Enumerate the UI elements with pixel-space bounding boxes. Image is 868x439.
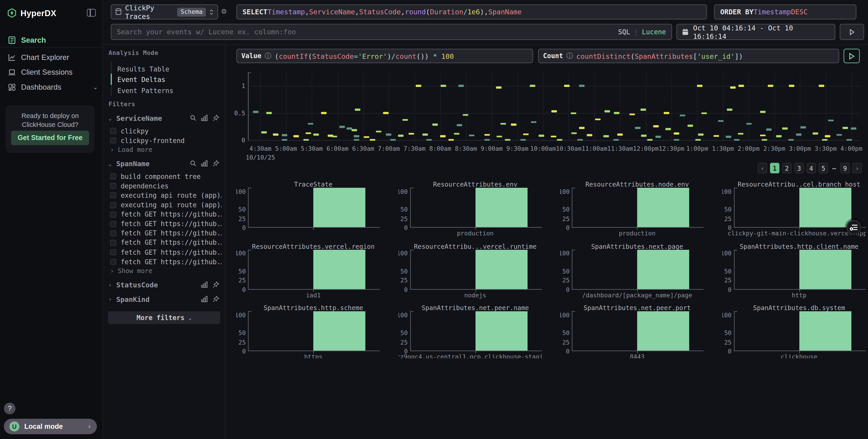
chart-dash <box>822 139 828 141</box>
filter-load-more-link[interactable]: ›Load more <box>110 146 152 153</box>
filter-item[interactable]: clickpy <box>110 126 221 136</box>
filter-item[interactable]: dependencies <box>110 181 221 191</box>
logo-row: HyperDX <box>7 7 96 19</box>
bars-icon[interactable] <box>201 115 208 121</box>
mini-chart-tracestate[interactable]: TraceState10050250 <box>237 176 380 238</box>
value-expression-input[interactable]: Value ⓘ (countIf(StatusCode='Error')/cou… <box>237 49 533 63</box>
bars-icon[interactable] <box>201 282 208 288</box>
filter-fab-button[interactable] <box>846 220 861 235</box>
pin-icon[interactable] <box>213 160 219 167</box>
page-ellipsis: ⋯ <box>831 163 837 173</box>
filter-item[interactable]: fetch GET https://github.… <box>110 238 221 247</box>
sidebar-item-dashboards[interactable]: Dashboards ⌄ <box>8 81 98 93</box>
pin-icon[interactable] <box>213 115 219 121</box>
filter-item[interactable]: fetch GET https://github.… <box>110 247 221 257</box>
run-query-button[interactable] <box>844 49 860 63</box>
mini-chart-spanattributes-http-scheme[interactable]: SpanAttributes.http.scheme10050250https <box>237 300 380 358</box>
page-button-4[interactable]: 4 <box>807 163 816 173</box>
analysis-mode-item-event-deltas[interactable]: Event Deltas <box>117 75 165 85</box>
search-input[interactable]: Search your events w/ Lucene ex. column:… <box>111 24 672 40</box>
mini-chart-resourceattributes-node-env[interactable]: ResourceAttributes.node.env10050250produ… <box>560 176 704 238</box>
chart-dash <box>789 85 795 87</box>
x-tick-label: 9:30am <box>506 145 528 152</box>
filter-checkbox[interactable] <box>110 230 116 236</box>
page-button-5[interactable]: 5 <box>819 163 828 173</box>
mini-chart-spanattributes-net-peer-port[interactable]: SpanAttributes.net.peer.port100502508443 <box>560 300 704 358</box>
mini-chart-resourceattributes-env[interactable]: ResourceAttributes.env10050250production <box>398 176 542 238</box>
local-mode-menu[interactable]: U Local mode › <box>4 419 97 434</box>
analysis-mode-item-event-patterns[interactable]: Event Patterns <box>117 85 173 96</box>
filter-item[interactable]: build component tree <box>110 172 221 181</box>
page-button-2[interactable]: 2 <box>782 163 792 173</box>
filter-checkbox[interactable] <box>110 202 116 208</box>
analysis-mode-item-results-table[interactable]: Results Table <box>117 64 169 74</box>
search-icon[interactable] <box>190 115 196 121</box>
mini-x-tick-label: clickhouse <box>781 353 817 358</box>
mini-chart-plot: 10050250 <box>410 188 540 228</box>
select-clause-input[interactable]: SELECT Timestamp, ServiceName, StatusCod… <box>237 4 707 20</box>
mini-chart-spanattributes-db-system[interactable]: SpanAttributes.db.system10050250clickhou… <box>722 300 866 358</box>
page-button-9[interactable]: 9 <box>840 163 849 173</box>
filter-checkbox[interactable] <box>110 128 116 134</box>
filter-item[interactable]: clickpy-frontend <box>110 136 221 145</box>
filter-item[interactable]: executing api route (app)… <box>110 200 221 209</box>
filter-checkbox[interactable] <box>110 240 116 246</box>
mini-chart-resourceattributes-vercel-region[interactable]: ResourceAttributes.vercel.region10050250… <box>237 238 380 300</box>
sidebar-collapse-icon[interactable] <box>87 9 96 17</box>
orderby-clause-input[interactable]: ORDER BY Timestamp DESC <box>714 4 857 20</box>
filter-checkbox[interactable] <box>110 193 116 199</box>
mini-chart-spanattributes-net-peer-name[interactable]: SpanAttributes.net.peer.name10050250z5nr… <box>398 300 542 358</box>
filter-show-more-link[interactable]: ›Show more <box>110 267 152 275</box>
filter-checkbox[interactable] <box>110 221 116 227</box>
source-select[interactable]: ClickPy Traces Schema <box>111 4 218 20</box>
filter-checkbox[interactable] <box>110 137 116 143</box>
date-range-picker[interactable]: Oct 10 04:16:14 - Oct 10 16:16:14 <box>677 24 835 40</box>
x-tick-label: 11:30am <box>607 145 633 152</box>
mini-chart-spanattributes-next-page[interactable]: SpanAttributes.next.page10050250/dashboa… <box>560 238 704 300</box>
bars-icon[interactable] <box>201 296 208 302</box>
x-tick-label: 4:00pm <box>840 145 862 152</box>
filter-checkbox[interactable] <box>110 259 116 265</box>
mini-chart-resourceattribu-vercel-runtime[interactable]: ResourceAttribu...vercel.runtime10050250… <box>398 238 542 300</box>
mini-chart-spanattributes-http-client-name[interactable]: SpanAttributes.http.client.name10050250h… <box>722 238 866 300</box>
mini-chart-resourceattribu-cel-branch-host[interactable]: ResourceAttribu..cel.branch_host10050250… <box>722 176 866 238</box>
page-prev-button[interactable]: ‹ <box>758 163 767 173</box>
live-tail-button[interactable] <box>840 24 864 40</box>
help-button[interactable]: ? <box>4 403 16 414</box>
filter-checkbox[interactable] <box>110 211 116 217</box>
count-expression-input[interactable]: Count ⓘ countDistinct(SpanAttributes['us… <box>538 49 839 63</box>
pin-icon[interactable] <box>213 296 219 302</box>
filter-item[interactable]: fetch GET https://github.… <box>110 219 221 228</box>
page-next-button[interactable]: › <box>852 163 862 173</box>
page-button-1[interactable]: 1 <box>770 163 779 173</box>
gear-icon[interactable]: ⚙ <box>221 7 226 16</box>
filter-section-header-spankind[interactable]: ›SpanKind <box>108 295 219 304</box>
mini-chart-plot: 10050250 <box>572 188 703 228</box>
sidebar-item-search[interactable]: Search <box>8 34 98 46</box>
mini-chart-plot: 10050250 <box>410 311 540 351</box>
bars-icon[interactable] <box>201 160 208 167</box>
sidebar-item-client-sessions[interactable]: Client Sessions <box>8 66 98 78</box>
sql-toggle[interactable]: SQL <box>618 28 630 36</box>
filter-item[interactable]: fetch GET https://github.… <box>110 257 221 266</box>
event-deltas-chart[interactable]: 10.504:30am5:00am5:30am6:00am6:30am7:00a… <box>237 66 868 166</box>
filter-item[interactable]: executing api route (app)… <box>110 191 221 200</box>
pin-icon[interactable] <box>213 282 219 288</box>
v-gridline <box>594 74 595 140</box>
filter-checkbox[interactable] <box>110 249 116 255</box>
filter-checkbox[interactable] <box>110 173 116 180</box>
filter-item[interactable]: fetch GET https://github.… <box>110 210 221 219</box>
sidebar-item-chart-explorer[interactable]: Chart Explorer <box>8 51 98 63</box>
get-started-button[interactable]: Get Started for Free <box>11 131 89 145</box>
mini-chart-title: ResourceAttribu...vercel.runtime <box>410 242 540 250</box>
filter-checkbox[interactable] <box>110 183 116 189</box>
page-button-3[interactable]: 3 <box>794 163 804 173</box>
search-icon[interactable] <box>190 160 196 167</box>
more-filters-button[interactable]: More filters ⌄ <box>108 312 220 324</box>
filter-section-header-servicename[interactable]: ⌄ServiceName <box>108 114 219 122</box>
filter-item[interactable]: fetch GET https://github.… <box>110 229 221 238</box>
mini-x-tick-label: iad1 <box>306 292 321 299</box>
filter-section-header-statuscode[interactable]: ›StatusCode <box>108 280 219 289</box>
filter-section-header-spanname[interactable]: ⌄SpanName <box>108 159 219 168</box>
lucene-toggle[interactable]: Lucene <box>642 28 666 36</box>
